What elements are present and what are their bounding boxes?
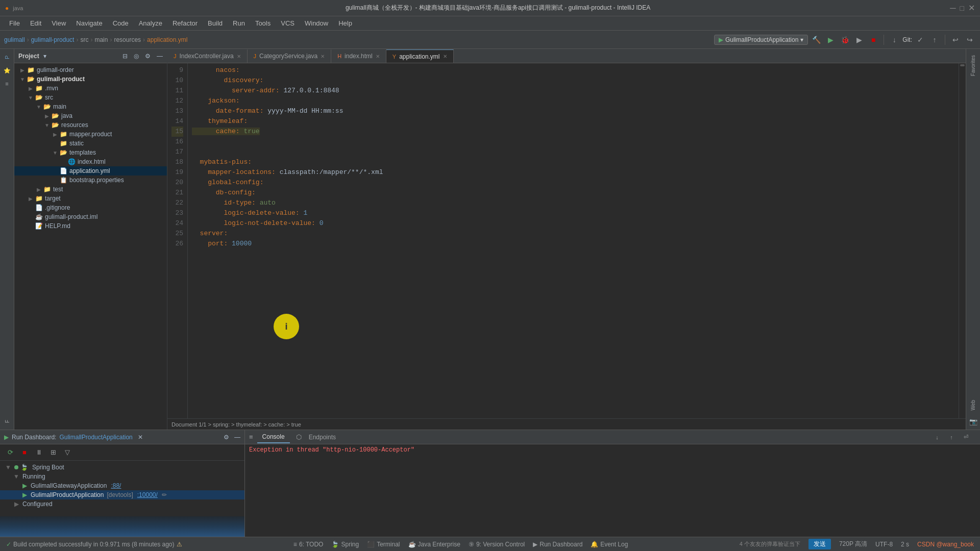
locate-btn[interactable]: ◎ [134, 53, 139, 60]
menu-run[interactable]: Run [228, 17, 250, 29]
run-config-dropdown-icon[interactable]: ▾ [800, 36, 803, 43]
minimize-btn[interactable]: ─ [950, 4, 955, 13]
menu-tools[interactable]: Tools [250, 17, 276, 29]
code-scroll-area[interactable]: 9 10 11 12 13 14 15 16 17 18 19 20 21 22 [167, 63, 966, 418]
code-editor[interactable]: 9 10 11 12 13 14 15 16 17 18 19 20 21 22 [167, 63, 959, 418]
menu-file[interactable]: File [4, 17, 25, 29]
close-tab-index-controller[interactable]: ✕ [237, 54, 241, 59]
menu-code[interactable]: Code [108, 17, 134, 29]
menu-analyze[interactable]: Analyze [134, 17, 167, 29]
structure-btn[interactable]: ≡ [1, 78, 13, 90]
send-btn[interactable]: 发送 [808, 539, 831, 549]
git-commit-btn[interactable]: ✓ [914, 34, 926, 46]
product-app-item[interactable]: ▶ GulimallProductApplication [devtools] … [0, 490, 244, 499]
breadcrumb-main[interactable]: main [94, 36, 108, 43]
tree-item-static[interactable]: 📁 static [14, 139, 167, 148]
stop-all-btn[interactable]: ■ [18, 446, 31, 459]
suspend-btn[interactable]: ⏸ [33, 446, 45, 459]
breadcrumb-gulimall[interactable]: gulimall [4, 36, 25, 43]
tree-item-mvn[interactable]: ▶ 📁 .mvn [14, 84, 167, 93]
tab-category-service[interactable]: J CategoryService.java ✕ [248, 49, 332, 63]
tab-application-yml[interactable]: Y application.yml ✕ [386, 49, 454, 63]
run-hide-btn[interactable]: — [234, 434, 240, 441]
close-tab-application-yml[interactable]: ✕ [443, 54, 447, 59]
terminal-item[interactable]: ⬛ Terminal [367, 541, 400, 548]
tree-item-gulimall-order[interactable]: ▶ 📁 gulimall-order [14, 65, 167, 74]
close-btn[interactable]: ✕ [968, 3, 975, 13]
tree-item-gitignore[interactable]: 📄 .gitignore [14, 203, 167, 212]
debug-btn[interactable]: 🐞 [839, 34, 851, 46]
redo-btn[interactable]: ↪ [964, 34, 976, 46]
scroll-up-btn[interactable]: ↑ [945, 431, 958, 443]
settings-icon[interactable]: ⚙ [145, 53, 151, 60]
camera-icon[interactable]: 📷 [967, 415, 979, 428]
favorites-btn[interactable]: F [1, 415, 13, 428]
csdn-link[interactable]: CSDN @wang_book [917, 541, 974, 548]
todo-item[interactable]: ≡ 6: TODO [293, 541, 324, 548]
event-log-item[interactable]: 🔔 Event Log [591, 541, 628, 548]
breadcrumb-resources[interactable]: resources [114, 36, 141, 43]
code-text[interactable]: nacos: discovery: server-addr: 127.0.0.1… [188, 63, 959, 418]
stop-btn[interactable]: ■ [867, 34, 879, 46]
breadcrumb-file[interactable]: application.yml [147, 36, 187, 43]
favorites-label[interactable]: Favorites [970, 51, 976, 80]
configured-section[interactable]: ▶ Configured [0, 499, 244, 509]
build-btn[interactable]: 🔨 [810, 34, 822, 46]
close-tab-category-service[interactable]: ✕ [321, 54, 325, 59]
tree-item-gulimall-product[interactable]: ▼ 📂 gulimall-product [14, 74, 167, 84]
maximize-btn[interactable]: □ [960, 4, 964, 12]
tree-item-help[interactable]: 📝 HELP.md [14, 221, 167, 231]
tab-index-html[interactable]: H index.html ✕ [331, 49, 386, 63]
menu-help[interactable]: Help [333, 17, 357, 29]
running-section[interactable]: ▼ Running [0, 472, 244, 481]
project-dropdown-icon[interactable]: ▾ [43, 53, 46, 60]
java-enterprise-item[interactable]: ☕ Java Enterprise [408, 541, 460, 548]
web-label[interactable]: Web [970, 396, 976, 414]
bookmarks-btn[interactable]: ⭐ [1, 64, 13, 77]
breadcrumb-product[interactable]: gulimall-product [31, 36, 75, 43]
spring-item[interactable]: 🍃 Spring [331, 541, 359, 548]
tree-item-java[interactable]: ▶ 📂 java [14, 111, 167, 120]
menu-vcs[interactable]: VCS [276, 17, 300, 29]
rerun-btn[interactable]: ⟳ [4, 446, 16, 459]
tree-item-target[interactable]: ▶ 📁 target [14, 194, 167, 203]
scroll-to-end-btn[interactable]: ↓ [931, 431, 943, 443]
tree-item-test[interactable]: ▶ 📁 test [14, 185, 167, 194]
close-tab-index-html[interactable]: ✕ [376, 54, 380, 59]
close-run-dashboard-btn[interactable]: ✕ [138, 434, 143, 441]
edit-config-icon[interactable]: ✏ [162, 491, 167, 498]
undo-btn[interactable]: ↩ [949, 34, 962, 46]
project-tool-btn[interactable]: P [1, 51, 13, 63]
menu-window[interactable]: Window [300, 17, 333, 29]
run-grid-btn[interactable]: ⊞ [47, 446, 59, 459]
menu-refactor[interactable]: Refactor [167, 17, 203, 29]
product-port-link[interactable]: :10000/ [137, 491, 158, 498]
encoding-item[interactable]: UTF-8 [875, 541, 893, 548]
editor-scrollbar[interactable] [959, 63, 966, 418]
tab-endpoints[interactable]: Endpoints [304, 432, 341, 443]
run-settings-icon[interactable]: ⚙ [224, 434, 229, 441]
menu-view[interactable]: View [46, 17, 71, 29]
run-btn[interactable]: ▶ [824, 34, 837, 46]
tree-item-resources[interactable]: ▼ 📂 resources [14, 120, 167, 130]
tree-item-index-html[interactable]: 🌐 index.html [14, 157, 167, 166]
breadcrumb-src[interactable]: src [80, 36, 88, 43]
git-push-btn[interactable]: ↑ [928, 34, 941, 46]
filter-btn[interactable]: ▽ [61, 446, 74, 459]
tree-item-bootstrap[interactable]: 📋 bootstrap.properties [14, 176, 167, 185]
tab-console[interactable]: Console [257, 431, 290, 443]
run-dashboard-item[interactable]: ▶ Run Dashboard [533, 541, 582, 548]
soft-wrap-btn[interactable]: ⏎ [960, 431, 972, 443]
tree-item-iml[interactable]: ☕ gulimall-product.iml [14, 212, 167, 221]
menu-build[interactable]: Build [203, 17, 228, 29]
menu-navigate[interactable]: Navigate [71, 17, 107, 29]
version-control-item[interactable]: ⑨ 9: Version Control [469, 541, 525, 548]
tab-index-controller[interactable]: J IndexController.java ✕ [167, 49, 248, 63]
tree-item-src[interactable]: ▼ 📂 src [14, 93, 167, 102]
spring-boot-section[interactable]: ▼ 🍃 Spring Boot [0, 463, 244, 472]
tree-item-application-yml[interactable]: 📄 application.yml [14, 166, 167, 176]
collapse-all-btn[interactable]: ⊟ [122, 53, 128, 60]
git-update-btn[interactable]: ↓ [888, 34, 900, 46]
menu-edit[interactable]: Edit [25, 17, 46, 29]
tree-item-templates[interactable]: ▼ 📂 templates [14, 148, 167, 157]
